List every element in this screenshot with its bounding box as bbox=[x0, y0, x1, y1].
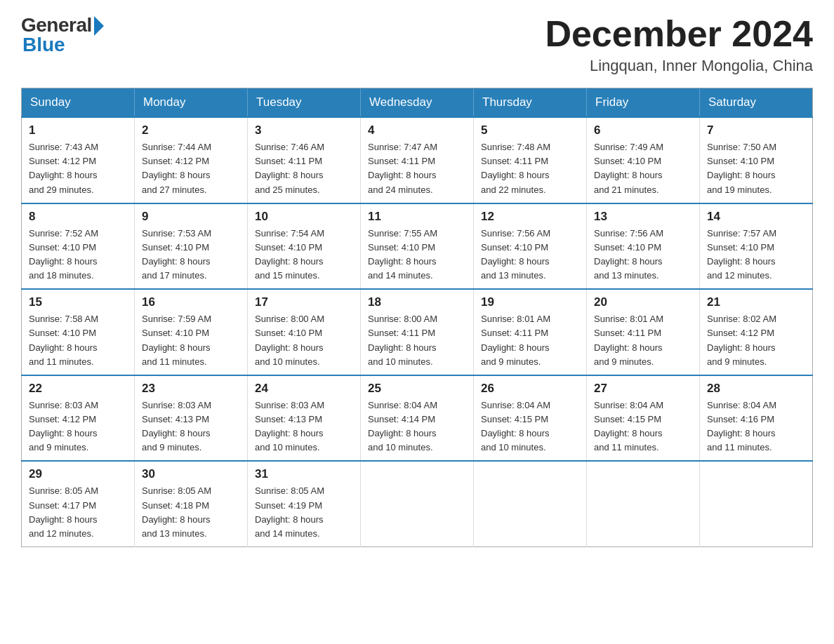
day-number: 8 bbox=[29, 210, 127, 224]
day-info: Sunrise: 8:01 AM Sunset: 4:11 PM Dayligh… bbox=[481, 312, 579, 369]
calendar-cell bbox=[474, 461, 587, 546]
day-number: 1 bbox=[29, 123, 127, 137]
calendar-cell: 10 Sunrise: 7:54 AM Sunset: 4:10 PM Dayl… bbox=[248, 203, 361, 290]
logo: General Blue bbox=[21, 14, 104, 56]
day-info: Sunrise: 7:50 AM Sunset: 4:10 PM Dayligh… bbox=[707, 140, 805, 197]
calendar-cell: 19 Sunrise: 8:01 AM Sunset: 4:11 PM Dayl… bbox=[474, 289, 587, 375]
month-title: December 2024 bbox=[545, 14, 813, 54]
day-info: Sunrise: 8:04 AM Sunset: 4:15 PM Dayligh… bbox=[594, 398, 692, 455]
calendar-cell: 1 Sunrise: 7:43 AM Sunset: 4:12 PM Dayli… bbox=[22, 117, 135, 203]
calendar-week-3: 15 Sunrise: 7:58 AM Sunset: 4:10 PM Dayl… bbox=[22, 289, 813, 375]
calendar-week-2: 8 Sunrise: 7:52 AM Sunset: 4:10 PM Dayli… bbox=[22, 203, 813, 290]
calendar-cell: 16 Sunrise: 7:59 AM Sunset: 4:10 PM Dayl… bbox=[135, 289, 248, 375]
day-number: 15 bbox=[29, 295, 127, 309]
day-number: 20 bbox=[594, 295, 692, 309]
day-number: 25 bbox=[368, 382, 466, 396]
day-info: Sunrise: 7:54 AM Sunset: 4:10 PM Dayligh… bbox=[255, 227, 353, 283]
day-number: 31 bbox=[255, 467, 353, 481]
day-number: 17 bbox=[255, 295, 353, 309]
calendar-cell: 9 Sunrise: 7:53 AM Sunset: 4:10 PM Dayli… bbox=[135, 203, 248, 290]
day-number: 21 bbox=[707, 295, 805, 309]
day-number: 11 bbox=[368, 210, 466, 224]
day-info: Sunrise: 7:59 AM Sunset: 4:10 PM Dayligh… bbox=[142, 312, 240, 369]
weekday-header-friday: Friday bbox=[587, 88, 700, 118]
day-info: Sunrise: 7:55 AM Sunset: 4:10 PM Dayligh… bbox=[368, 227, 466, 283]
day-info: Sunrise: 7:56 AM Sunset: 4:10 PM Dayligh… bbox=[481, 227, 579, 283]
day-info: Sunrise: 7:48 AM Sunset: 4:11 PM Dayligh… bbox=[481, 140, 579, 197]
day-number: 10 bbox=[255, 210, 353, 224]
calendar-cell bbox=[361, 461, 474, 546]
day-info: Sunrise: 8:03 AM Sunset: 4:13 PM Dayligh… bbox=[255, 398, 353, 455]
page-header: General Blue December 2024 Lingquan, Inn… bbox=[21, 14, 813, 75]
calendar-cell: 4 Sunrise: 7:47 AM Sunset: 4:11 PM Dayli… bbox=[361, 117, 474, 203]
calendar-cell: 3 Sunrise: 7:46 AM Sunset: 4:11 PM Dayli… bbox=[248, 117, 361, 203]
day-number: 16 bbox=[142, 295, 240, 309]
day-number: 26 bbox=[481, 382, 579, 396]
day-info: Sunrise: 7:46 AM Sunset: 4:11 PM Dayligh… bbox=[255, 140, 353, 197]
day-info: Sunrise: 8:04 AM Sunset: 4:15 PM Dayligh… bbox=[481, 398, 579, 455]
weekday-header-saturday: Saturday bbox=[700, 88, 813, 118]
day-number: 5 bbox=[481, 123, 579, 137]
calendar-cell: 23 Sunrise: 8:03 AM Sunset: 4:13 PM Dayl… bbox=[135, 375, 248, 462]
calendar-cell: 7 Sunrise: 7:50 AM Sunset: 4:10 PM Dayli… bbox=[700, 117, 813, 203]
calendar-cell: 8 Sunrise: 7:52 AM Sunset: 4:10 PM Dayli… bbox=[22, 203, 135, 290]
weekday-header-wednesday: Wednesday bbox=[361, 88, 474, 118]
calendar-table: SundayMondayTuesdayWednesdayThursdayFrid… bbox=[21, 88, 813, 547]
title-section: December 2024 Lingquan, Inner Mongolia, … bbox=[545, 14, 813, 75]
day-number: 6 bbox=[594, 123, 692, 137]
day-number: 13 bbox=[594, 210, 692, 224]
day-info: Sunrise: 8:05 AM Sunset: 4:19 PM Dayligh… bbox=[255, 484, 353, 541]
calendar-cell: 14 Sunrise: 7:57 AM Sunset: 4:10 PM Dayl… bbox=[700, 203, 813, 290]
location-label: Lingquan, Inner Mongolia, China bbox=[545, 57, 813, 75]
calendar-cell: 17 Sunrise: 8:00 AM Sunset: 4:10 PM Dayl… bbox=[248, 289, 361, 375]
calendar-week-5: 29 Sunrise: 8:05 AM Sunset: 4:17 PM Dayl… bbox=[22, 461, 813, 546]
day-number: 28 bbox=[707, 382, 805, 396]
day-number: 12 bbox=[481, 210, 579, 224]
calendar-cell: 12 Sunrise: 7:56 AM Sunset: 4:10 PM Dayl… bbox=[474, 203, 587, 290]
calendar-cell: 6 Sunrise: 7:49 AM Sunset: 4:10 PM Dayli… bbox=[587, 117, 700, 203]
calendar-cell: 2 Sunrise: 7:44 AM Sunset: 4:12 PM Dayli… bbox=[135, 117, 248, 203]
day-number: 9 bbox=[142, 210, 240, 224]
day-number: 30 bbox=[142, 467, 240, 481]
calendar-cell: 21 Sunrise: 8:02 AM Sunset: 4:12 PM Dayl… bbox=[700, 289, 813, 375]
weekday-header-sunday: Sunday bbox=[22, 88, 135, 118]
calendar-cell: 13 Sunrise: 7:56 AM Sunset: 4:10 PM Dayl… bbox=[587, 203, 700, 290]
calendar-cell: 26 Sunrise: 8:04 AM Sunset: 4:15 PM Dayl… bbox=[474, 375, 587, 462]
calendar-cell: 28 Sunrise: 8:04 AM Sunset: 4:16 PM Dayl… bbox=[700, 375, 813, 462]
day-info: Sunrise: 7:56 AM Sunset: 4:10 PM Dayligh… bbox=[594, 227, 692, 283]
calendar-week-4: 22 Sunrise: 8:03 AM Sunset: 4:12 PM Dayl… bbox=[22, 375, 813, 462]
calendar-cell: 18 Sunrise: 8:00 AM Sunset: 4:11 PM Dayl… bbox=[361, 289, 474, 375]
weekday-header-monday: Monday bbox=[135, 88, 248, 118]
day-number: 27 bbox=[594, 382, 692, 396]
day-number: 7 bbox=[707, 123, 805, 137]
day-info: Sunrise: 7:58 AM Sunset: 4:10 PM Dayligh… bbox=[29, 312, 127, 369]
day-info: Sunrise: 7:47 AM Sunset: 4:11 PM Dayligh… bbox=[368, 140, 466, 197]
day-number: 24 bbox=[255, 382, 353, 396]
day-number: 23 bbox=[142, 382, 240, 396]
day-info: Sunrise: 8:01 AM Sunset: 4:11 PM Dayligh… bbox=[594, 312, 692, 369]
day-info: Sunrise: 8:04 AM Sunset: 4:16 PM Dayligh… bbox=[707, 398, 805, 455]
day-info: Sunrise: 8:00 AM Sunset: 4:10 PM Dayligh… bbox=[255, 312, 353, 369]
calendar-cell: 15 Sunrise: 7:58 AM Sunset: 4:10 PM Dayl… bbox=[22, 289, 135, 375]
day-info: Sunrise: 8:00 AM Sunset: 4:11 PM Dayligh… bbox=[368, 312, 466, 369]
calendar-cell: 22 Sunrise: 8:03 AM Sunset: 4:12 PM Dayl… bbox=[22, 375, 135, 462]
day-number: 29 bbox=[29, 467, 127, 481]
calendar-cell: 25 Sunrise: 8:04 AM Sunset: 4:14 PM Dayl… bbox=[361, 375, 474, 462]
day-info: Sunrise: 7:44 AM Sunset: 4:12 PM Dayligh… bbox=[142, 140, 240, 197]
day-info: Sunrise: 7:53 AM Sunset: 4:10 PM Dayligh… bbox=[142, 227, 240, 283]
day-info: Sunrise: 8:03 AM Sunset: 4:13 PM Dayligh… bbox=[142, 398, 240, 455]
day-number: 19 bbox=[481, 295, 579, 309]
day-info: Sunrise: 7:43 AM Sunset: 4:12 PM Dayligh… bbox=[29, 140, 127, 197]
calendar-cell: 30 Sunrise: 8:05 AM Sunset: 4:18 PM Dayl… bbox=[135, 461, 248, 546]
calendar-cell: 20 Sunrise: 8:01 AM Sunset: 4:11 PM Dayl… bbox=[587, 289, 700, 375]
day-info: Sunrise: 8:05 AM Sunset: 4:17 PM Dayligh… bbox=[29, 484, 127, 541]
logo-blue-text: Blue bbox=[22, 34, 65, 56]
calendar-cell: 31 Sunrise: 8:05 AM Sunset: 4:19 PM Dayl… bbox=[248, 461, 361, 546]
calendar-week-1: 1 Sunrise: 7:43 AM Sunset: 4:12 PM Dayli… bbox=[22, 117, 813, 203]
day-number: 3 bbox=[255, 123, 353, 137]
calendar-cell bbox=[700, 461, 813, 546]
day-number: 2 bbox=[142, 123, 240, 137]
calendar-cell: 29 Sunrise: 8:05 AM Sunset: 4:17 PM Dayl… bbox=[22, 461, 135, 546]
day-number: 18 bbox=[368, 295, 466, 309]
day-info: Sunrise: 7:52 AM Sunset: 4:10 PM Dayligh… bbox=[29, 227, 127, 283]
